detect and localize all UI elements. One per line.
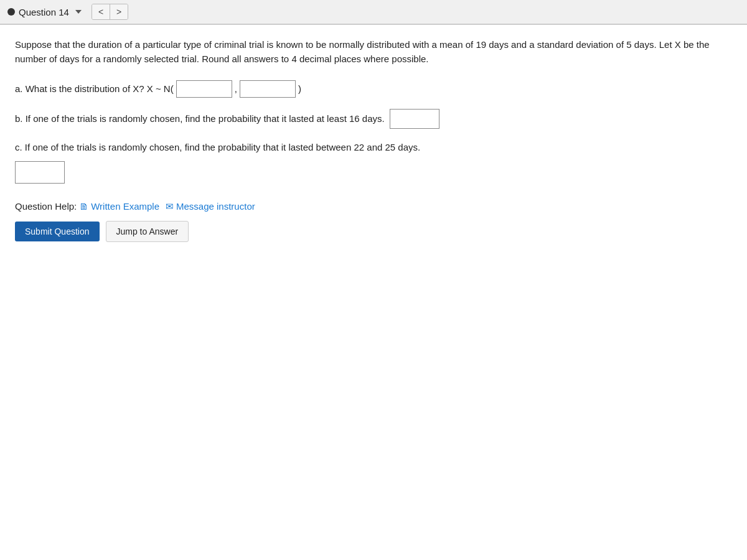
page-container: Question 14 < > Suppose that the duratio… <box>0 0 747 560</box>
written-example-label: Written Example <box>91 201 159 212</box>
question-dropdown-arrow[interactable] <box>75 10 82 14</box>
jump-to-answer-button[interactable]: Jump to Answer <box>106 221 189 242</box>
bullet-icon <box>7 8 15 16</box>
part-a-comma: , <box>235 82 237 96</box>
button-row: Submit Question Jump to Answer <box>15 221 732 242</box>
written-example-icon: 🗎 <box>79 201 88 212</box>
message-instructor-link[interactable]: ✉ Message instructor <box>166 201 255 212</box>
nav-forward-button[interactable]: > <box>110 4 128 19</box>
part-c-label: c. If one of the trials is randomly chos… <box>15 140 732 155</box>
written-example-link[interactable]: 🗎 Written Example <box>79 201 159 212</box>
part-a-input2[interactable] <box>240 80 296 98</box>
question-title: Question 14 <box>19 7 69 17</box>
part-a-input1[interactable] <box>176 80 232 98</box>
question-help-label: Question Help: <box>15 201 77 212</box>
part-a-label-end: ) <box>298 82 301 96</box>
part-c: c. If one of the trials is randomly chos… <box>15 140 732 184</box>
part-b-input[interactable] <box>390 109 439 129</box>
question-label: Question 14 <box>7 7 69 17</box>
nav-buttons: < > <box>92 4 128 20</box>
submit-question-button[interactable]: Submit Question <box>15 222 100 241</box>
message-icon: ✉ <box>166 201 174 212</box>
part-b: b. If one of the trials is randomly chos… <box>15 109 732 129</box>
message-instructor-label: Message instructor <box>176 201 255 212</box>
part-c-input[interactable] <box>15 161 65 184</box>
content-area: Suppose that the duration of a particula… <box>0 25 747 560</box>
header-bar: Question 14 < > <box>0 0 747 24</box>
question-help: Question Help: 🗎 Written Example ✉ Messa… <box>15 201 732 212</box>
part-b-label: b. If one of the trials is randomly chos… <box>15 111 385 126</box>
part-a-label: a. What is the distribution of X? X ~ N( <box>15 82 174 96</box>
problem-text: Suppose that the duration of a particula… <box>15 37 732 67</box>
nav-back-button[interactable]: < <box>92 4 110 19</box>
part-a: a. What is the distribution of X? X ~ N(… <box>15 80 732 98</box>
